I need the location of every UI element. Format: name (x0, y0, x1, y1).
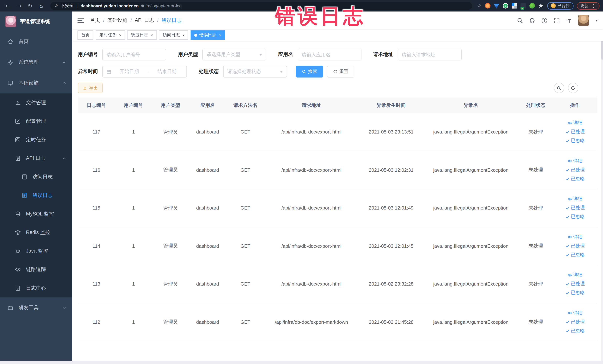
app-name-input[interactable] (298, 48, 361, 60)
user-id-label: 用户编号 (78, 51, 98, 58)
reset-button[interactable]: 重置 (327, 66, 354, 78)
sidebar-item-mysql-monitor[interactable]: MySQL 监控 (0, 205, 72, 223)
table-row: 1161管理员dashboardGET/api/infra/db-doc/exp… (78, 151, 597, 189)
sidebar-item-trace[interactable]: 链路追踪 (0, 260, 72, 279)
action-detail-link[interactable]: 详细 (568, 196, 582, 202)
search-button[interactable]: 搜索 (296, 66, 323, 78)
column-header-user-id: 用户编号 (115, 102, 152, 109)
browser-menu-icon[interactable]: ⋮ (591, 3, 596, 8)
breadcrumb-item[interactable]: API 日志 (135, 17, 154, 24)
action-ignored-link[interactable]: 已忽略 (565, 252, 585, 258)
action-ignored-link[interactable]: 已忽略 (565, 176, 585, 182)
action-detail-link[interactable]: 详细 (568, 158, 582, 164)
sidebar-item-file-management[interactable]: 文件管理 (0, 94, 72, 112)
bookmark-star-icon[interactable]: ☆ (477, 3, 481, 9)
action-ignored-link[interactable]: 已忽略 (565, 290, 585, 296)
action-processed-link[interactable]: 已处理 (565, 243, 585, 249)
tab-home[interactable]: 首页 (78, 30, 93, 40)
sidebar-item-scheduled-task[interactable]: 定时任务 (0, 130, 72, 149)
action-processed-link[interactable]: 已处理 (565, 281, 585, 287)
action-detail-link[interactable]: 详细 (568, 120, 582, 126)
sidebar-item-access-log[interactable]: 访问日志 (0, 168, 72, 186)
sidebar-item-redis-monitor[interactable]: Redis 监控 (0, 223, 72, 242)
toggle-search-button[interactable] (554, 83, 564, 93)
cell-user-id: 1 (115, 205, 152, 211)
action-processed-link[interactable]: 已处理 (565, 319, 585, 325)
sidebar-item-api-log[interactable]: API 日志 (0, 149, 72, 168)
action-ignored-link[interactable]: 已忽略 (565, 328, 585, 334)
action-detail-link[interactable]: 详细 (568, 234, 582, 240)
tab-access-log[interactable]: 访问日志× (159, 30, 188, 40)
export-button[interactable]: 导出 (78, 83, 103, 93)
browser-back-icon[interactable]: ← (4, 2, 12, 9)
action-label: 详细 (573, 310, 582, 316)
tab-error-log[interactable]: 错误日志× (191, 30, 225, 40)
extension-green-icon[interactable] (529, 3, 535, 9)
breadcrumb-separator: / (103, 18, 104, 23)
address-bar[interactable]: ⚠ 不安全 | dashboard.yudao.iocoder.cn/infra… (50, 2, 472, 10)
search-icon[interactable] (517, 17, 523, 23)
fullscreen-icon[interactable] (553, 17, 560, 23)
refresh-table-button[interactable] (568, 83, 578, 93)
action-ignored-link[interactable]: 已忽略 (565, 138, 585, 144)
sidebar-item-label: 配置管理 (26, 118, 66, 125)
tab-schedule-log[interactable]: 调度日志× (127, 30, 157, 40)
tab-scheduled-task[interactable]: 定时任务× (96, 30, 125, 40)
breadcrumb-item[interactable]: 首页 (90, 17, 100, 24)
sidebar-item-infrastructure[interactable]: 基础设施 (0, 73, 72, 94)
cell-user-type: 管理员 (152, 205, 189, 211)
sidebar-item-error-log[interactable]: 错误日志 (0, 186, 72, 205)
filter-row-1: 用户编号 用户类型 请选择用户类型 应用名 请求地址 (78, 48, 597, 60)
tab-close-icon[interactable]: × (151, 33, 153, 37)
breadcrumb-item[interactable]: 基础设施 (107, 17, 128, 24)
eye-icon (568, 273, 572, 277)
extension-tampermonkey-icon[interactable]: on (520, 3, 526, 9)
tab-close-icon[interactable]: × (119, 33, 121, 37)
sidebar-item-label: 定时任务 (26, 137, 66, 143)
font-size-icon[interactable]: TT (566, 17, 572, 23)
action-ignored-link[interactable]: 已忽略 (565, 214, 585, 220)
check-icon (565, 206, 570, 210)
cell-actions: 详细已处理已忽略 (554, 158, 596, 182)
sidebar-item-log-center[interactable]: 日志中心 (0, 279, 72, 297)
action-processed-link[interactable]: 已处理 (565, 205, 585, 211)
user-type-select[interactable]: 请选择用户类型 (202, 48, 266, 60)
extension-puzzle-icon[interactable] (538, 3, 544, 9)
user-id-input[interactable] (102, 48, 166, 60)
browser-reload-icon[interactable]: ↻ (26, 2, 34, 9)
sidebar-item-java-monitor[interactable]: Java 监控 (0, 242, 72, 260)
hamburger-icon[interactable] (78, 18, 84, 23)
sidebar-item-system-management[interactable]: 系统管理 (0, 52, 72, 73)
help-icon[interactable]: ? (541, 17, 547, 23)
exception-time-range-picker[interactable]: 开始日期 - 结束日期 (102, 66, 187, 78)
sidebar-item-dev-tools[interactable]: 研发工具 (0, 297, 72, 318)
extension-shield-icon[interactable] (494, 3, 499, 9)
tab-close-icon[interactable]: × (219, 33, 221, 37)
tab-close-icon[interactable]: × (182, 33, 185, 37)
github-icon[interactable] (529, 17, 535, 23)
app-logo[interactable]: 芋道管理系统 (0, 12, 72, 31)
log-icon (22, 192, 27, 199)
sidebar-item-label: Java 监控 (26, 248, 66, 254)
sidebar-item-label: Redis 监控 (26, 229, 66, 236)
extension-grid-icon[interactable] (511, 3, 517, 9)
cell-process-status: 未处理 (518, 205, 554, 211)
user-menu-caret-icon[interactable] (595, 20, 598, 21)
extension-orange-icon[interactable] (485, 3, 490, 9)
profile-paused-badge[interactable]: 已暂停 (547, 2, 573, 10)
browser-forward-icon[interactable]: → (15, 2, 23, 9)
request-url-input[interactable] (398, 48, 461, 60)
sidebar-item-config-management[interactable]: 配置管理 (0, 112, 72, 130)
edit-icon (15, 118, 21, 124)
action-detail-link[interactable]: 详细 (568, 310, 582, 316)
action-processed-link[interactable]: 已处理 (565, 129, 585, 135)
browser-home-icon[interactable]: ⌂ (37, 2, 45, 9)
sidebar-item-home[interactable]: 首页 (0, 31, 72, 52)
user-avatar[interactable] (578, 15, 589, 26)
page-scrollbar[interactable] (601, 12, 603, 361)
action-processed-link[interactable]: 已处理 (565, 167, 585, 173)
process-status-select[interactable]: 请选择处理状态 (223, 66, 287, 78)
calendar-icon (106, 69, 111, 74)
chrome-update-badge[interactable]: 更新 ⋮ (577, 2, 599, 10)
action-detail-link[interactable]: 详细 (568, 272, 582, 278)
